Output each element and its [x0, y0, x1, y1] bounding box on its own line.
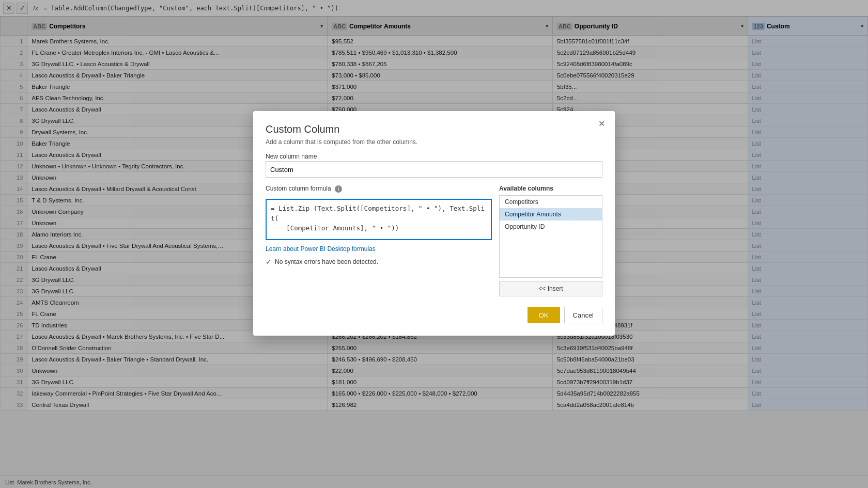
avail-col-amounts[interactable]: Competitor Amounts: [500, 208, 602, 221]
formula-label-text: Custom column formula: [266, 185, 331, 192]
dialog-subtitle: Add a column that is computed from the o…: [266, 138, 602, 146]
syntax-message: No syntax errors have been detected.: [275, 258, 378, 265]
avail-col-oppid[interactable]: Opportunity ID: [500, 221, 602, 233]
insert-btn[interactable]: << Insert: [499, 281, 602, 296]
formula-label: Custom column formula i: [266, 185, 492, 193]
cancel-btn[interactable]: Cancel: [564, 307, 602, 323]
custom-column-dialog: ✕ Custom Column Add a column that is com…: [253, 111, 615, 336]
formula-info-icon[interactable]: i: [335, 185, 342, 193]
available-cols-list: Competitors Competitor Amounts Opportuni…: [499, 195, 602, 278]
dialog-close-btn[interactable]: ✕: [595, 117, 608, 130]
formula-editor[interactable]: = List.Zip (Text.Split([Competitors], " …: [266, 199, 492, 240]
learn-link[interactable]: Learn about Power BI Desktop formulas: [266, 245, 492, 253]
available-cols-label: Available columns: [499, 185, 602, 192]
dialog-overlay: ✕ Custom Column Add a column that is com…: [0, 0, 868, 488]
avail-col-competitors[interactable]: Competitors: [500, 196, 602, 208]
syntax-check-icon: ✓: [266, 258, 272, 266]
col-name-input[interactable]: [266, 161, 602, 178]
ok-btn[interactable]: OK: [528, 307, 560, 323]
dialog-title: Custom Column: [266, 123, 602, 135]
col-name-label: New column name: [266, 153, 602, 160]
